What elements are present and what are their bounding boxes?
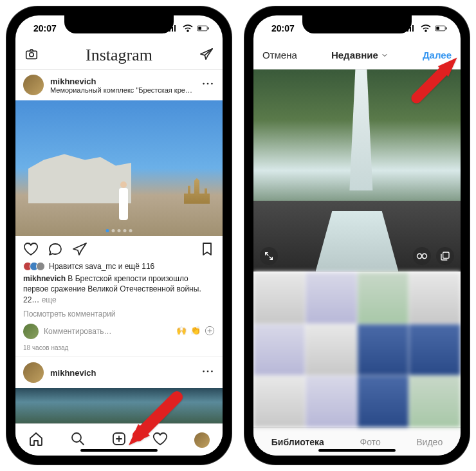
home-indicator[interactable] <box>318 449 396 452</box>
gallery-thumb[interactable] <box>358 376 409 427</box>
emoji-shortcuts: 🙌 👏 <box>176 326 215 338</box>
svg-point-6 <box>207 83 209 85</box>
caption-username[interactable]: mikhnevich <box>23 274 66 283</box>
comment-input-row: Комментировать… 🙌 👏 <box>15 320 223 343</box>
svg-point-4 <box>30 52 33 56</box>
svg-point-7 <box>211 83 213 85</box>
tab-video[interactable]: Видео <box>416 437 443 447</box>
direct-message-icon[interactable] <box>199 47 214 64</box>
multi-select-icon[interactable] <box>436 247 454 265</box>
next-post-image[interactable] <box>15 388 223 423</box>
avatar <box>23 324 39 339</box>
screen-right: 20:07 Отмена Недавние Далее <box>253 15 461 456</box>
feed-header: Instagram <box>15 41 223 69</box>
activity-icon[interactable] <box>152 431 168 449</box>
post-location[interactable]: Мемориальный комплекс "Брестская крепост… <box>50 86 194 94</box>
plus-circle-icon[interactable] <box>205 326 215 338</box>
wifi-icon <box>181 22 194 35</box>
gallery-thumb[interactable] <box>358 324 409 376</box>
next-post-header[interactable]: mikhnevich <box>15 356 223 388</box>
notch <box>302 15 412 33</box>
tab-library[interactable]: Библиотека <box>271 437 324 447</box>
post-username[interactable]: mikhnevich <box>50 77 194 86</box>
heart-icon[interactable] <box>23 241 39 259</box>
screen-left: 20:07 Instagram mikhnevich Мемориальный <box>15 15 223 456</box>
post-image[interactable] <box>15 100 223 236</box>
more-icon[interactable] <box>201 77 215 93</box>
caption-more[interactable]: еще <box>42 295 57 304</box>
post-header[interactable]: mikhnevich Мемориальный комплекс "Брестс… <box>15 69 223 100</box>
bookmark-icon[interactable] <box>199 241 215 259</box>
svg-point-5 <box>203 83 205 85</box>
svg-rect-1 <box>208 27 209 29</box>
profile-avatar[interactable] <box>194 432 210 448</box>
emoji-clap[interactable]: 👏 <box>190 326 201 338</box>
svg-rect-16 <box>436 27 439 30</box>
gallery-thumb[interactable] <box>409 376 461 427</box>
view-comments[interactable]: Посмотреть комментарий <box>15 308 223 320</box>
caption[interactable]: mikhnevich В Брестской крепости произошл… <box>15 271 223 308</box>
boomerang-icon[interactable] <box>413 247 431 265</box>
gallery-thumb[interactable] <box>409 272 461 324</box>
search-icon[interactable] <box>70 431 86 449</box>
chevron-down-icon <box>381 51 389 59</box>
notch <box>64 15 174 33</box>
likes-text: Нравится sava_mc и ещё 116 <box>49 262 154 271</box>
phone-right: 20:07 Отмена Недавние Далее <box>244 6 470 465</box>
emoji-hands[interactable]: 🙌 <box>176 326 187 338</box>
expand-icon[interactable] <box>260 247 278 265</box>
svg-point-9 <box>203 371 205 373</box>
svg-rect-2 <box>198 27 201 30</box>
avatar[interactable] <box>23 75 44 95</box>
home-icon[interactable] <box>28 431 44 449</box>
gallery-thumb[interactable] <box>253 376 305 427</box>
comment-icon[interactable] <box>48 241 63 259</box>
status-time: 20:07 <box>271 23 295 33</box>
album-selector[interactable]: Недавние <box>331 50 389 60</box>
comment-input[interactable]: Комментировать… <box>44 327 171 336</box>
carousel-dots <box>106 229 133 232</box>
svg-point-11 <box>211 371 213 373</box>
cancel-button[interactable]: Отмена <box>262 50 297 60</box>
phone-left: 20:07 Instagram mikhnevich Мемориальный <box>6 6 232 465</box>
add-post-icon[interactable] <box>111 431 127 449</box>
instagram-logo[interactable]: Instagram <box>86 46 152 65</box>
gallery-thumb[interactable] <box>253 324 305 376</box>
picker-header: Отмена Недавние Далее <box>253 41 461 69</box>
likes-row[interactable]: Нравится sava_mc и ещё 116 <box>15 262 223 271</box>
photo-preview[interactable] <box>253 69 461 272</box>
svg-rect-17 <box>443 252 449 258</box>
post-username[interactable]: mikhnevich <box>50 368 194 378</box>
like-avatars <box>23 262 45 271</box>
battery-icon <box>435 22 448 35</box>
battery-icon <box>197 22 210 35</box>
feed[interactable]: mikhnevich Мемориальный комплекс "Брестс… <box>15 69 223 423</box>
next-button[interactable]: Далее <box>423 50 452 60</box>
gallery-thumb[interactable] <box>253 272 305 324</box>
gallery-thumb[interactable] <box>306 376 357 427</box>
avatar[interactable] <box>23 362 44 383</box>
camera-icon[interactable] <box>24 47 39 64</box>
album-title: Недавние <box>331 50 378 60</box>
home-indicator[interactable] <box>80 449 158 452</box>
post-actions <box>15 236 223 262</box>
tab-photo[interactable]: Фото <box>360 437 381 447</box>
status-time: 20:07 <box>33 23 57 33</box>
share-icon[interactable] <box>72 241 87 259</box>
gallery-thumb[interactable] <box>409 324 461 376</box>
gallery-thumb[interactable] <box>358 272 409 324</box>
svg-point-10 <box>207 371 209 373</box>
timestamp: 18 часов назад <box>15 343 223 356</box>
gallery-thumb[interactable] <box>306 272 357 324</box>
gallery-grid[interactable] <box>253 272 461 427</box>
more-icon[interactable] <box>201 364 215 381</box>
wifi-icon <box>419 22 432 35</box>
gallery-thumb[interactable] <box>306 324 357 376</box>
svg-rect-15 <box>446 27 447 29</box>
